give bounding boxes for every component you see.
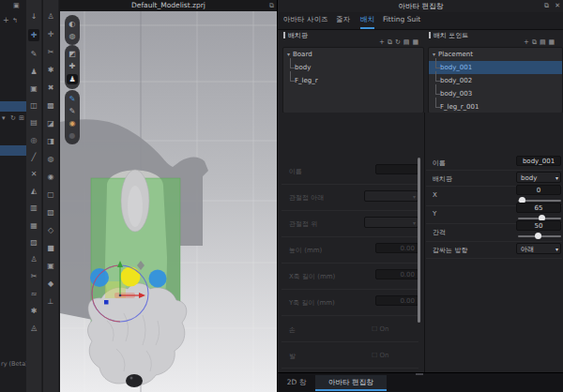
avatar-head-icon[interactable]: ◉ <box>69 119 76 128</box>
tree-item-f-leg-r-001[interactable]: F_leg_r_001 <box>429 100 562 113</box>
point-gap-slider[interactable] <box>518 233 561 239</box>
foot-checkbox[interactable]: ☐ On <box>372 352 388 359</box>
board-tree-root[interactable]: ▾Board <box>283 48 423 61</box>
hand-checkbox[interactable]: ☐ On <box>372 325 388 333</box>
tree-item-f-leg-r[interactable]: F_leg_r <box>283 74 423 87</box>
panel-resize-grip[interactable] <box>416 373 423 375</box>
tree-item-body-001[interactable]: body_001 <box>429 61 562 74</box>
tool-col1-icon-1[interactable]: ✛ <box>28 29 40 41</box>
tree-item-body-002[interactable]: body_002 <box>429 74 562 87</box>
point-tree-root[interactable]: ▾Placement <box>429 48 562 61</box>
tree-item-body-003[interactable]: body_003 <box>429 87 562 100</box>
joint-below-select[interactable]: ▾ <box>364 190 418 202</box>
tool-col1-icon-6[interactable]: ▤ <box>30 118 38 127</box>
tab-arrangement[interactable]: 배치 <box>360 12 374 29</box>
library-add-icon[interactable]: + <box>3 17 9 24</box>
tool-col1-icon-14[interactable]: ♙ <box>30 255 37 264</box>
tool-col1-icon-2[interactable]: ✎ <box>31 50 38 58</box>
render-mode-icon[interactable]: ◐ <box>69 20 76 28</box>
point-x-input[interactable]: 0 <box>516 185 561 195</box>
tool-col2-icon-12[interactable]: ◇ <box>48 226 53 234</box>
tool-col1-icon-18[interactable]: ◬ <box>31 324 37 332</box>
tool-col2-icon-1[interactable]: ✛ <box>48 30 54 38</box>
board-add-icon[interactable]: + <box>379 38 385 47</box>
board-save-icon[interactable]: ▦ <box>412 38 418 47</box>
tool-col1-icon-0[interactable]: ↓ <box>31 12 38 21</box>
point-gap-input[interactable]: 50 <box>516 220 561 231</box>
joint-above-select[interactable]: ▾ <box>364 217 418 228</box>
board-duplicate-icon[interactable]: ⧉ <box>388 38 392 47</box>
tool-col1-icon-8[interactable]: ╱ <box>32 153 37 161</box>
tool-col1-icon-11[interactable]: ▥ <box>30 204 38 212</box>
x-length-input[interactable]: 0.00 <box>375 269 418 279</box>
point-direction-select[interactable]: 아래▾ <box>516 243 561 254</box>
tool-col2-icon-5[interactable]: ▩ <box>47 101 54 110</box>
library-undo-icon[interactable]: ↰ <box>12 17 18 24</box>
library-grid-view-icon[interactable]: ⊞ <box>19 114 24 122</box>
point-board-select[interactable]: body▾ <box>516 172 561 183</box>
tool-col1-icon-10[interactable]: ◭ <box>31 187 37 195</box>
brush-active-icon[interactable]: ✎ <box>69 95 76 103</box>
tool-col2-icon-13[interactable]: ■ <box>47 244 54 252</box>
tab-fitting-suit[interactable]: Fitting Suit <box>383 12 420 27</box>
mesh-mode-icon[interactable]: ◍ <box>69 32 76 40</box>
tool-col2-icon-15[interactable]: ◆ <box>48 279 53 288</box>
tool-col1-icon-13[interactable]: ▨ <box>30 238 38 247</box>
point-duplicate-icon[interactable]: ⧉ <box>532 38 537 47</box>
point-save-icon[interactable]: ▦ <box>549 38 555 47</box>
panel-close-icon[interactable]: ✕ <box>555 0 560 12</box>
tool-col1-icon-7[interactable]: ◎ <box>31 136 38 144</box>
tab-avatar-editor-window[interactable]: 아바타 편집창 <box>315 375 387 391</box>
library-panel-icon[interactable]: ▣ <box>13 2 20 9</box>
arrangement-point-right[interactable] <box>149 270 167 288</box>
point-name-input[interactable]: body_001 <box>516 156 561 166</box>
avatar-sphere-icon[interactable]: ● <box>69 131 76 140</box>
library-selected-row-2[interactable] <box>0 145 26 156</box>
library-filter-icon[interactable]: ▾ <box>2 114 6 122</box>
tool-col2-icon-14[interactable]: ▣ <box>47 262 54 270</box>
y-length-input[interactable]: 0.00 <box>375 295 418 306</box>
tool-col2-icon-10[interactable]: ▢ <box>47 190 54 199</box>
show-garment-icon[interactable]: ◩ <box>68 50 76 58</box>
tool-col2-icon-6[interactable]: ◪ <box>47 119 54 128</box>
tab-tape[interactable]: 줄자 <box>336 12 350 27</box>
3d-viewport[interactable]: Default_Modelist.zprj ⧉ <box>60 0 277 392</box>
point-y-input[interactable]: 65 <box>516 203 561 213</box>
tool-col2-icon-11[interactable]: ▧ <box>47 208 54 217</box>
board-name-input[interactable] <box>375 164 418 174</box>
tool-col2-icon-16[interactable]: ⊥ <box>48 297 54 306</box>
point-add-icon[interactable]: + <box>524 38 529 47</box>
tool-col1-icon-16[interactable]: ≈ <box>31 290 38 298</box>
tool-col2-icon-2[interactable]: ✂ <box>48 48 54 56</box>
tool-col2-icon-4[interactable]: ✖ <box>48 83 54 92</box>
tool-col2-icon-9[interactable]: ◉ <box>48 173 54 181</box>
tool-col1-icon-9[interactable]: ✕ <box>31 170 38 178</box>
arrangement-point-left[interactable] <box>90 268 109 287</box>
show-pins-icon[interactable]: ✚ <box>69 62 76 70</box>
tool-col2-icon-0[interactable]: ♙ <box>47 12 53 21</box>
tool-col1-icon-4[interactable]: ▣ <box>30 84 38 93</box>
board-reset-icon[interactable]: ↻ <box>395 38 401 47</box>
brush-inactive-icon[interactable]: ✎ <box>69 107 76 115</box>
tab-2d-window[interactable]: 2D 창 <box>282 375 312 391</box>
point-open-icon[interactable]: ▤ <box>540 38 546 47</box>
board-open-icon[interactable]: ▤ <box>403 38 410 47</box>
tool-col2-icon-7[interactable]: ◨ <box>47 137 54 145</box>
library-selected-row[interactable] <box>0 101 26 112</box>
height-input[interactable]: 0.00 <box>375 243 418 253</box>
library-refresh-icon[interactable]: ↻ <box>10 114 16 122</box>
viewport-float-icon[interactable]: ⧉ <box>269 2 274 9</box>
tool-col1-icon-3[interactable]: ♟ <box>30 68 37 76</box>
arrangement-point-selected[interactable] <box>121 267 141 287</box>
tool-col1-icon-15[interactable]: ✂ <box>31 272 38 280</box>
tool-col2-icon-3[interactable]: ✱ <box>48 66 54 74</box>
tool-col1-icon-12[interactable]: ▦ <box>30 221 38 230</box>
panel-float-icon[interactable]: ⧉ <box>544 0 549 12</box>
tab-avatar-size[interactable]: 아바타 사이즈 <box>283 12 327 27</box>
tool-col1-icon-17[interactable]: ✱ <box>31 307 38 315</box>
board-form-scrollbar[interactable] <box>418 158 420 323</box>
avatar-scene[interactable] <box>60 11 277 392</box>
show-avatar-icon[interactable]: ♟ <box>67 74 77 84</box>
tool-col1-icon-5[interactable]: ◫ <box>30 101 38 110</box>
tree-item-body[interactable]: body <box>283 61 423 74</box>
